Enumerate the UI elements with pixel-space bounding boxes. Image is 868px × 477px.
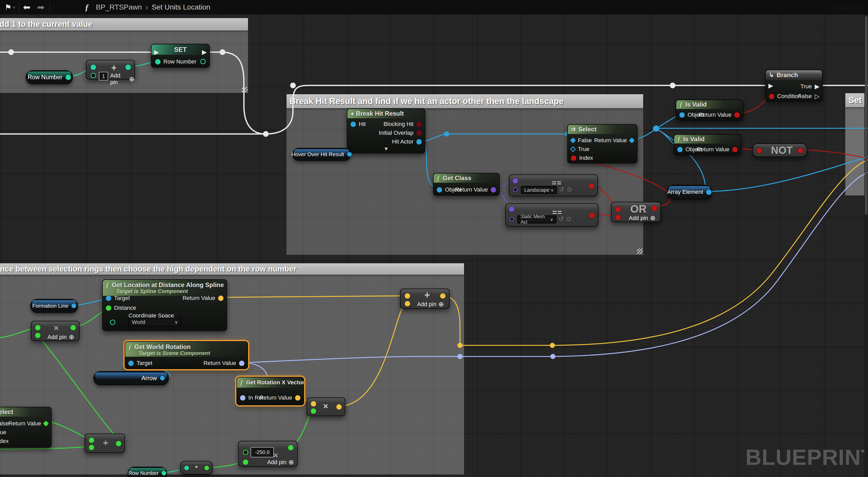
node-int-to-float[interactable]: • [180,461,213,474]
node-or[interactable]: OR Add pin⊕ [611,202,661,222]
pin-out[interactable] [125,65,131,70]
search-icon[interactable]: ⊙ [566,215,571,222]
revert-icon[interactable]: ↺ [559,215,564,222]
pin-in-a[interactable] [91,65,96,70]
pin-in-b[interactable] [615,215,621,220]
pin-out-return-value[interactable] [43,421,49,427]
right-scrollbar-thumb[interactable] [865,16,867,215]
pin-in-b[interactable] [405,301,410,307]
comment-resize-handle[interactable] [242,87,248,92]
pin-out-return-value[interactable] [295,395,301,401]
pin-out[interactable] [652,205,657,211]
pin-out[interactable] [798,148,803,153]
pin-in-a[interactable] [513,178,518,184]
node-arrow[interactable]: Arrow [93,371,169,385]
value-box[interactable]: -250.0 [251,447,274,457]
pin-in-b[interactable] [35,333,40,338]
comment-distance-header[interactable]: nce between selection rings then choose … [0,263,464,275]
pin-in-b[interactable] [243,459,248,465]
pin-out[interactable] [160,376,165,380]
pin-in-b[interactable] [509,217,514,221]
node-is-valid-top[interactable]: ƒIs Valid Object Return Value [676,100,743,120]
pin-out-return-value[interactable] [734,112,740,118]
comment-break-hit-header[interactable]: Break Hit Result and find if we hit an a… [286,94,643,108]
node-not[interactable]: NOT [752,144,807,157]
pin-in-b[interactable] [89,445,94,450]
node-formation-line[interactable]: Formation Line [30,299,78,313]
pin-out[interactable] [706,189,712,195]
node-multiply-top[interactable]: × Add pin⊕ [31,321,80,341]
class-dropdown[interactable]: Static Mesh Act∨ [517,215,556,224]
pin-in-row-number[interactable] [155,59,160,65]
node-equal-static-mesh[interactable]: Static Mesh Act∨ == ↺ ⊙ [505,203,598,227]
pin-out-hit-actor[interactable] [416,139,422,145]
pin-out[interactable] [589,183,594,189]
pin-in-b[interactable] [311,408,316,414]
pin-out-return-value[interactable] [491,187,496,193]
pin-out-row-number[interactable] [66,74,71,80]
comment-add-one-header[interactable]: dd 1 to the current value [0,18,248,30]
coordinate-space-dropdown[interactable]: World∨ [128,317,181,327]
pin-in-a[interactable] [509,206,515,212]
forward-button[interactable]: ➡ [37,2,45,12]
bookmark-button[interactable]: ⚑ [5,3,11,12]
add-pin-button[interactable]: Add pin⊕ [110,72,134,86]
exec-out-false[interactable]: ▷ [815,93,819,99]
pin-out[interactable] [336,404,342,410]
exec-in-pin[interactable]: ▶ [154,49,159,55]
blueprint-graph-canvas[interactable]: dd 1 to the current value Break Hit Resu… [0,0,868,477]
pin-in-target[interactable] [106,295,111,301]
node-is-valid-bottom[interactable]: ƒIs Valid Object Return Value [674,134,741,155]
comment-resize-handle[interactable] [637,249,643,254]
back-button[interactable]: ⬅ [23,2,30,12]
pin-in-distance[interactable] [106,305,111,311]
node-get-class[interactable]: ƒGet Class Object Return Value [433,173,500,196]
exec-out-pin[interactable]: ▶ [202,49,207,55]
pin-out-value[interactable] [200,59,206,64]
node-array-element[interactable]: Array Element [667,185,712,199]
pin-in-b[interactable] [513,187,518,192]
node-get-location-at-distance[interactable]: ƒGet Location at Distance Along SplineTa… [102,279,227,331]
pin-out-blocking-hit[interactable] [416,122,422,127]
pin-in-inrot[interactable] [240,395,245,401]
node-divide[interactable]: ÷ [85,434,125,453]
node-hover-over-hit-result[interactable]: Hover Over Hit Result [292,148,351,161]
pin-out-return-value[interactable] [629,137,635,144]
exec-in-pin[interactable]: ▶ [768,83,773,89]
add-pin-button[interactable]: Add pin⊕ [48,333,74,341]
pin-in-false[interactable] [570,137,576,144]
pin-in-object[interactable] [679,112,685,118]
add-pin-button[interactable]: Add pin⊕ [629,214,656,222]
class-dropdown[interactable]: Landscape∨ [521,186,557,194]
node-equal-landscape[interactable]: Landscape∨ == ↺ ⊙ [509,174,598,196]
pin-out-initial-overlap[interactable] [416,130,422,136]
node-row-number-get-bottom[interactable]: Row Number [128,467,167,477]
pin-in[interactable] [184,466,189,470]
pin-in-b[interactable] [91,73,96,78]
breadcrumb-root[interactable]: BP_RTSPawn [96,3,142,11]
pin-in[interactable] [756,148,762,153]
pin-in-a[interactable] [311,401,316,407]
pin-in-a[interactable] [405,293,410,299]
pin-in-index[interactable] [571,155,576,161]
pin-in-a[interactable] [243,450,248,455]
pin-out[interactable] [205,466,209,470]
exec-out-true[interactable]: ▶ [815,83,819,90]
pin-out[interactable] [162,471,166,475]
pin-out[interactable] [347,152,352,157]
bookmark-chevron-icon[interactable]: ∨ [13,5,15,9]
revert-icon[interactable]: ↺ [559,186,564,193]
node-set-row-number[interactable]: SET ▶ ▶ Row Number [151,44,210,68]
pin-out[interactable] [70,325,76,330]
pin-in-a[interactable] [89,438,94,443]
pin-in-hit[interactable] [350,122,356,127]
pin-out-return-value[interactable] [218,295,223,301]
node-select-bottom[interactable]: ⇉Select False Return Value True Index [0,407,52,448]
node-add-vec[interactable]: + Add pin⊕ [400,289,450,309]
pin-out-return-value[interactable] [239,360,244,366]
pin-in-a[interactable] [35,325,40,330]
value-box[interactable]: 1 [99,72,108,81]
pin-out[interactable] [116,441,121,446]
pin-out[interactable] [288,445,293,450]
pin-out[interactable] [71,304,76,308]
